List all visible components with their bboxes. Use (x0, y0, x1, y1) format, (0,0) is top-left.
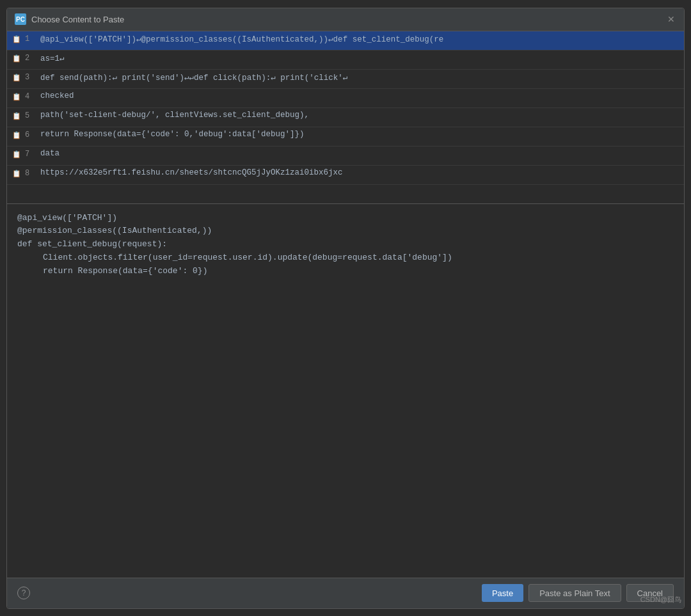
item-icon-5: 📋 (12, 112, 21, 120)
paste-button[interactable]: Paste (482, 584, 523, 602)
bottom-bar: ? Paste Paste as Plain Text Cancel (7, 578, 684, 608)
watermark: CSDN@囧鸟 (640, 595, 681, 604)
item-number-4: 4 (25, 92, 34, 101)
item-text-2: as=1↵ (40, 53, 65, 63)
clipboard-item-7[interactable]: 📋 7 data (7, 146, 684, 166)
item-number-6: 6 (25, 130, 34, 139)
preview-area: @api_view(['PATCH']) @permission_classes… (7, 204, 684, 578)
item-icon-1: 📋 (12, 35, 21, 43)
clipboard-item-5[interactable]: 📋 5 path('set-client-debug/', clientView… (7, 108, 684, 127)
close-button[interactable]: ✕ (666, 14, 676, 24)
item-text-6: return Response(data={'code': 0,'debug':… (40, 130, 305, 139)
dialog-window: PC Choose Content to Paste ✕ 📋 1 @api_vi… (6, 8, 685, 609)
item-icon-7: 📋 (12, 150, 21, 159)
item-text-4: checked (40, 91, 74, 100)
item-text-7: data (40, 149, 60, 158)
item-number-5: 5 (25, 111, 34, 120)
preview-line-1: @api_view(['PATCH']) (17, 212, 674, 225)
item-number-2: 2 (25, 54, 34, 63)
title-bar-left: PC Choose Content to Paste (15, 13, 124, 25)
item-number-3: 3 (25, 73, 34, 82)
item-number-8: 8 (25, 169, 34, 178)
item-number-1: 1 (25, 35, 34, 43)
item-text-1: @api_view(['PATCH'])↵@permission_classes… (40, 34, 443, 44)
item-number-7: 7 (25, 150, 34, 159)
preview-line-4: Client.objects.filter(user_id=request.us… (17, 251, 674, 265)
preview-line-3: def set_client_debug(request): (17, 238, 674, 251)
clipboard-item-4[interactable]: 📋 4 checked (7, 89, 684, 108)
item-icon-3: 📋 (12, 74, 21, 82)
item-icon-4: 📋 (12, 93, 21, 101)
item-text-5: path('set-client-debug/', clientViews.se… (40, 111, 309, 120)
content-area: 📋 1 @api_view(['PATCH'])↵@permission_cla… (7, 31, 684, 578)
item-icon-6: 📋 (12, 131, 21, 139)
item-text-3: def send(path):↵ print('send')↵↵def clic… (40, 72, 347, 83)
dialog-title: Choose Content to Paste (31, 15, 124, 24)
clipboard-list: 📋 1 @api_view(['PATCH'])↵@permission_cla… (7, 31, 684, 204)
preview-line-2: @permission_classes((IsAuthenticated,)) (17, 225, 674, 238)
item-icon-8: 📋 (12, 170, 21, 178)
item-icon-2: 📋 (12, 54, 21, 63)
item-text-8: https://x632e5rft1.feishu.cn/sheets/shtc… (40, 168, 343, 177)
clipboard-item-8[interactable]: 📋 8 https://x632e5rft1.feishu.cn/sheets/… (7, 166, 684, 185)
clipboard-item-6[interactable]: 📋 6 return Response(data={'code': 0,'deb… (7, 127, 684, 146)
help-button[interactable]: ? (17, 587, 30, 599)
clipboard-item-3[interactable]: 📋 3 def send(path):↵ print('send')↵↵def … (7, 70, 684, 89)
clipboard-item-1[interactable]: 📋 1 @api_view(['PATCH'])↵@permission_cla… (7, 31, 684, 51)
clipboard-item-2[interactable]: 📋 2 as=1↵ (7, 51, 684, 70)
paste-plain-button[interactable]: Paste as Plain Text (528, 584, 621, 602)
title-bar: PC Choose Content to Paste ✕ (7, 8, 684, 31)
app-icon: PC (15, 13, 26, 25)
preview-line-5: return Response(data={'code': 0}) (17, 265, 674, 278)
